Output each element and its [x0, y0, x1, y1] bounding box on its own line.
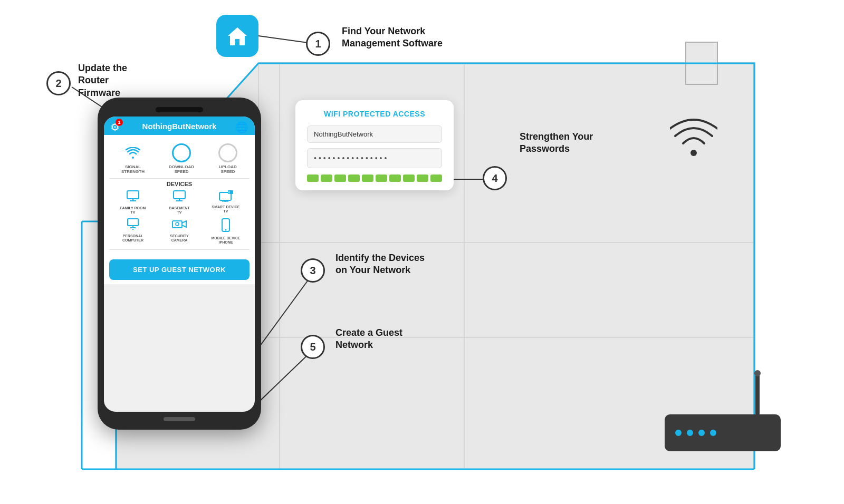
svg-marker-15: [228, 27, 247, 45]
strength-seg-3: [334, 175, 346, 182]
strength-seg-7: [389, 175, 401, 182]
step-1-label: Find Your NetworkManagement Software: [342, 25, 443, 50]
router-antenna: [755, 373, 760, 415]
step-1-number: 1: [315, 38, 321, 50]
upload-speed: UPLOADSPEED: [218, 143, 237, 174]
device-label-basement-tv: BASEMENTTV: [169, 206, 189, 215]
password-strength-bar: [307, 175, 442, 182]
divider-1: [109, 178, 250, 179]
device-item-family-tv: FAMILY ROOMTV: [111, 190, 155, 215]
signal-label: SIGNALSTRENGTH: [121, 164, 145, 174]
step-3-circle: 3: [301, 258, 325, 283]
tv-icon-1: [126, 190, 140, 205]
router-antenna-tip: [754, 370, 761, 376]
step-4-label: Strengthen YourPasswords: [520, 131, 593, 156]
step-4-number: 4: [492, 172, 497, 185]
step-5-number: 5: [310, 341, 315, 353]
device-item-basement-tv: BASEMENTTV: [158, 190, 201, 215]
router-light-3: [698, 430, 705, 436]
phone: ⚙ 1 NothingButNetwork 🌐: [98, 98, 261, 430]
devices-title: DEVICES: [109, 181, 250, 187]
svg-rect-16: [127, 191, 139, 199]
upload-ring: [218, 143, 237, 162]
wifi-signal-svg: [670, 116, 717, 158]
download-label: DOWNLOADSPEED: [169, 164, 194, 174]
step-2-circle: 2: [46, 71, 71, 95]
phone-home-bar: [164, 417, 195, 421]
device-label-mobile: MOBILE DEVICEIPHONE: [211, 236, 240, 245]
svg-rect-31: [172, 221, 182, 228]
device-label-camera: SECURITYCAMERA: [170, 234, 188, 243]
upload-label: UPLOADSPEED: [219, 164, 237, 174]
download-speed: DOWNLOADSPEED: [169, 143, 194, 174]
phone-screen: ⚙ 1 NothingButNetwork 🌐: [104, 117, 255, 412]
device-item-mobile: MOBILE DEVICEIPHONE: [204, 218, 247, 245]
home-icon-box: [216, 15, 258, 57]
router-body: [665, 414, 781, 451]
wifi-icon: [126, 146, 140, 162]
strength-seg-1: [307, 175, 319, 182]
notification-badge: 1: [116, 119, 123, 126]
smart-tv-icon: 8: [218, 190, 233, 202]
phone-outer: ⚙ 1 NothingButNetwork 🌐: [98, 98, 261, 430]
step-3-number: 3: [310, 265, 315, 277]
phone-header: ⚙ 1 NothingButNetwork 🌐: [104, 117, 255, 135]
step-5-label: Create a GuestNetwork: [335, 327, 402, 352]
globe-icon: 🌐: [235, 121, 248, 133]
step-3-label: Identify the Deviceson Your Network: [335, 252, 425, 277]
divider-2: [109, 249, 250, 250]
step-2-number: 2: [55, 77, 61, 90]
svg-text:8: 8: [228, 191, 230, 194]
device-item-pc: PERSONALCOMPUTER: [111, 218, 155, 245]
strength-seg-10: [430, 175, 442, 182]
strength-seg-6: [376, 175, 387, 182]
phone-footer[interactable]: SET UP GUEST NETWORK: [104, 255, 255, 284]
pc-icon: [126, 218, 140, 233]
phone-notch: [156, 107, 203, 112]
strength-seg-4: [348, 175, 360, 182]
guest-network-button[interactable]: SET UP GUEST NETWORK: [109, 259, 250, 280]
step-4-circle: 4: [483, 166, 507, 190]
mobile-icon: [221, 218, 231, 235]
strength-seg-9: [417, 175, 428, 182]
svg-point-35: [225, 229, 227, 230]
strength-seg-8: [403, 175, 415, 182]
router-wrapper: [665, 414, 781, 451]
router-light-1: [675, 430, 682, 436]
devices-grid: FAMILY ROOMTV BASEMENTTV: [109, 190, 250, 245]
svg-point-36: [690, 150, 697, 156]
wpa-card: WIFI PROTECTED ACCESS ••••••••••••••••: [295, 100, 454, 190]
wpa-title: WIFI PROTECTED ACCESS: [307, 110, 442, 118]
device-item-smart-tv: 8 SMART DEVICETV: [204, 190, 247, 215]
speed-row: SIGNALSTRENGTH DOWNLOADSPEED UPLOADSPEED: [109, 140, 250, 176]
device-label-pc: PERSONALCOMPUTER: [122, 234, 143, 243]
device-label-smart-tv: SMART DEVICETV: [212, 205, 240, 214]
router: [665, 414, 781, 451]
tv-icon-2: [172, 190, 186, 205]
home-icon: [226, 24, 249, 47]
download-ring: [172, 143, 191, 162]
camera-icon: [172, 218, 187, 233]
smart-tv-badge-container: 8: [218, 190, 233, 204]
svg-rect-27: [128, 219, 138, 226]
device-item-camera: SECURITYCAMERA: [158, 218, 201, 245]
strength-seg-2: [321, 175, 332, 182]
strength-seg-5: [362, 175, 373, 182]
router-light-2: [687, 430, 693, 436]
svg-rect-19: [174, 191, 185, 199]
wpa-password: ••••••••••••••••: [307, 148, 442, 168]
step-1-circle: 1: [306, 32, 330, 56]
step-2-label: Update theRouterFirmware: [78, 62, 127, 99]
device-label-family-tv: FAMILY ROOMTV: [120, 206, 146, 215]
svg-point-33: [176, 222, 179, 226]
app-name: NothingButNetwork: [142, 122, 217, 131]
wifi-signal-standalone: [670, 116, 717, 160]
wpa-network-name[interactable]: [307, 125, 442, 143]
phone-body: SIGNALSTRENGTH DOWNLOADSPEED UPLOADSPEED…: [104, 135, 255, 255]
svg-marker-32: [182, 221, 186, 227]
scene: 1 2 3 4 5 Find Your NetworkManagement So…: [0, 0, 844, 504]
signal-strength: SIGNALSTRENGTH: [121, 146, 145, 174]
step-5-circle: 5: [301, 335, 325, 359]
router-light-4: [710, 430, 716, 436]
